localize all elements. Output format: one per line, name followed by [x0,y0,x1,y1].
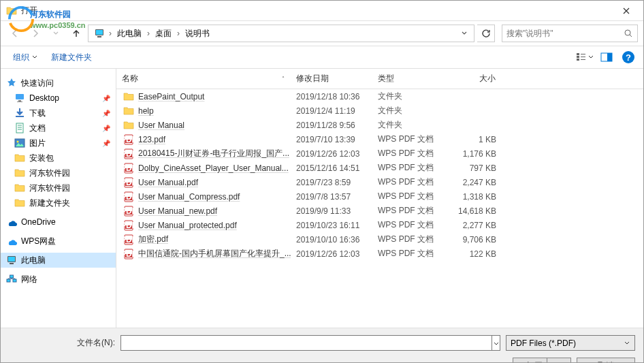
content-area: 快速访问 Desktop📌下载📌文档📌图片📌安装包河东软件园河东软件园新建文件夹… [1,69,643,328]
file-type: 文件夹 [372,119,447,131]
chevron-right-icon: › [146,29,151,38]
file-size [447,96,502,97]
file-type: 文件夹 [372,90,447,103]
star-icon [6,78,17,89]
file-date: 2019/12/26 12:03 [291,249,372,259]
file-name: 20180415-川财证券-电子行业周报_国产... [138,148,289,159]
file-size: 1 KB [447,134,502,145]
onedrive-icon [6,217,17,227]
cancel-button[interactable]: 取消 [577,358,635,363]
sidebar-network[interactable]: 网络 [1,272,116,287]
file-name: EasePaint_Output [138,92,204,101]
view-list-icon [576,52,588,62]
file-size: 122 KB [447,249,502,259]
organize-menu[interactable]: 组织 [6,49,44,66]
recent-drop-button[interactable] [47,25,65,42]
file-row[interactable]: 20180415-川财证券-电子行业周报_国产...2019/12/26 12:… [116,146,643,161]
file-row[interactable]: 中国信通院-国内手机屏幕国产化率提升_...2019/12/26 12:03WP… [116,247,643,261]
pin-icon: 📌 [102,125,110,132]
back-button[interactable] [6,25,24,42]
breadcrumb[interactable]: › 此电脑 › 桌面 › 说明书 [88,25,474,42]
help-button[interactable]: ? [619,49,638,65]
pc-icon [94,28,105,39]
bottom-panel: 文件名(N): PDF Files (*.PDF) 打开 ▾ 取消 [1,328,643,363]
file-name: 123.pdf [138,135,165,144]
svg-rect-26 [581,57,585,57]
pdf-icon [123,220,134,231]
folder-icon [14,138,25,148]
file-type: WPS PDF 文档 [372,219,447,232]
file-row[interactable]: Dolby_CineAsset_Player_User_Manual...201… [116,161,643,175]
crumb-current[interactable]: 说明书 [181,27,214,41]
file-type: WPS PDF 文档 [372,133,447,146]
folder-icon [14,198,25,208]
sidebar-item[interactable]: 下载📌 [1,106,116,121]
pin-icon: 📌 [102,95,110,102]
sidebar-item[interactable]: 河东软件园 [1,180,116,195]
forward-button[interactable] [27,25,44,42]
sidebar-wps[interactable]: WPS网盘 [1,234,116,249]
search-input[interactable] [506,29,624,38]
chevron-down-icon [624,340,630,347]
svg-rect-29 [607,53,612,61]
file-row[interactable]: help2019/12/4 11:19文件夹 [116,104,643,118]
sidebar-item[interactable]: 文档📌 [1,121,116,136]
crumb-thispc[interactable]: 此电脑 [113,27,146,41]
chevron-down-icon[interactable] [492,335,500,351]
file-name: User Manual_new.pdf [138,206,217,216]
folder-icon [14,168,25,178]
window-title: 打开 [21,5,37,16]
filename-label: 文件名(N): [77,337,115,349]
sidebar-item[interactable]: 图片📌 [1,136,116,151]
file-row[interactable]: User Manual_new.pdf2019/9/9 11:33WPS PDF… [116,204,643,218]
file-name: User Manual [138,121,184,130]
sidebar-quick-access[interactable]: 快速访问 [1,76,116,91]
file-row[interactable]: 123.pdf2019/7/10 13:39WPS PDF 文档1 KB [116,132,643,146]
file-type: WPS PDF 文档 [372,161,447,174]
filename-input[interactable] [120,335,492,351]
col-name-header[interactable]: 名称 ˄ [116,69,291,89]
chevron-down-icon [52,30,59,37]
file-size: 2,277 KB [447,220,502,231]
file-row[interactable]: 加密.pdf2019/10/10 16:36WPS PDF 文档9,706 KB [116,232,643,247]
column-headers: 名称 ˄ 修改日期 类型 大小 [116,69,643,89]
search-box[interactable] [502,25,638,42]
file-row[interactable]: User Manual_Compress.pdf2019/7/8 13:57WP… [116,189,643,204]
pdf-icon [123,191,134,202]
open-button[interactable]: 打开 ▾ [513,358,571,363]
arrow-left-icon [10,28,20,39]
breadcrumb-dropdown[interactable] [457,30,471,37]
open-dropdown-icon[interactable]: ▾ [547,358,558,363]
col-size-header[interactable]: 大小 [447,69,502,89]
sidebar-item[interactable]: 新建文件夹 [1,195,116,210]
file-type-filter[interactable]: PDF Files (*.PDF) [506,335,635,351]
file-date: 2019/7/23 8:59 [291,177,372,188]
file-row[interactable]: User Manual_protected.pdf2019/10/23 16:1… [116,218,643,232]
pc-icon [6,255,17,266]
file-row[interactable]: EasePaint_Output2019/12/18 10:36文件夹 [116,89,643,104]
sidebar-onedrive[interactable]: OneDrive [1,215,116,230]
file-size [447,125,502,126]
new-folder-button[interactable]: 新建文件夹 [44,49,99,66]
chevron-down-icon [461,30,468,37]
sidebar-item[interactable]: 安装包 [1,151,116,165]
preview-pane-button[interactable] [597,49,616,65]
help-icon: ? [622,51,634,63]
col-type-header[interactable]: 类型 [372,69,447,89]
file-name: help [138,106,154,116]
sidebar-item[interactable]: 河东软件园 [1,165,116,180]
file-row[interactable]: User Manual.pdf2019/7/23 8:59WPS PDF 文档2… [116,175,643,189]
pdf-icon [123,206,134,217]
svg-rect-24 [577,59,579,61]
up-button[interactable] [67,25,85,42]
view-options-button[interactable] [575,49,594,65]
col-date-header[interactable]: 修改日期 [291,69,372,89]
file-row[interactable]: User Manual2019/11/28 9:56文件夹 [116,118,643,132]
pdf-icon [123,177,134,188]
refresh-button[interactable] [477,25,495,42]
crumb-desktop[interactable]: 桌面 [151,27,176,41]
sidebar-thispc[interactable]: 此电脑 [1,253,116,268]
folder-icon [123,91,134,102]
sidebar-item[interactable]: Desktop📌 [1,91,116,106]
close-button[interactable] [611,1,642,20]
